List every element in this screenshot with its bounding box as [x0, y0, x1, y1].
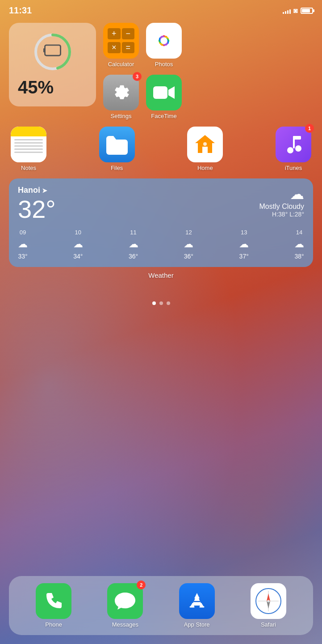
top-row: 45% + − × = Calculator — [9, 23, 313, 119]
home-icon — [187, 127, 223, 162]
battery-icon — [301, 8, 313, 14]
svg-point-10 — [160, 37, 167, 44]
battery-ring-inner-icon — [46, 41, 59, 64]
svg-rect-3 — [45, 45, 60, 55]
forecast-cloud-09: ☁ — [18, 238, 28, 250]
app-photos[interactable]: Photos — [146, 23, 182, 68]
cloud-icon-large: ☁ — [259, 186, 304, 203]
weather-city: Hanoi ➤ — [18, 186, 56, 195]
status-bar: 11:31 ◙ — [0, 0, 322, 18]
forecast-09: 09 ☁ 33° — [18, 229, 28, 260]
signal-bar-3 — [287, 10, 289, 14]
app-calculator[interactable]: + − × = Calculator — [103, 23, 139, 68]
phone-label: Phone — [45, 621, 62, 628]
app-home[interactable]: Home — [187, 127, 223, 171]
batteries-widget[interactable]: 45% — [9, 23, 96, 106]
phone-icon — [36, 583, 71, 619]
forecast-14: 14 ☁ 38° — [294, 229, 304, 260]
forecast-hour-13: 13 — [241, 229, 247, 236]
itunes-icon: 1 — [276, 127, 311, 162]
forecast-10: 10 ☁ 34° — [73, 229, 83, 260]
app-facetime[interactable]: FaceTime — [146, 75, 182, 119]
weather-widget-label: Weather — [9, 271, 313, 279]
notes-icon — [11, 127, 46, 162]
signal-bars-icon — [283, 8, 291, 14]
files-icon — [99, 127, 135, 162]
status-icons: ◙ — [283, 7, 313, 15]
appstore-label: App Store — [184, 621, 210, 628]
dock-app-messages[interactable]: 2 Messages — [107, 583, 143, 628]
forecast-12: 12 ☁ 36° — [184, 229, 193, 260]
itunes-label: iTunes — [285, 165, 302, 171]
weather-condition: Mostly Cloudy — [259, 203, 304, 211]
home-screen: 45% + − × = Calculator — [0, 18, 322, 305]
calculator-label: Calculator — [108, 61, 134, 68]
forecast-hour-11: 11 — [130, 229, 136, 236]
forecast-hour-12: 12 — [185, 229, 192, 236]
app-files[interactable]: Files — [99, 127, 135, 171]
weather-temperature: 32° — [18, 197, 56, 222]
forecast-hour-09: 09 — [20, 229, 26, 236]
forecast-cloud-12: ☁ — [184, 238, 193, 250]
signal-bar-1 — [283, 12, 284, 14]
forecast-cloud-14: ☁ — [294, 238, 304, 250]
forecast-cloud-10: ☁ — [73, 238, 83, 250]
dock-app-phone[interactable]: Phone — [36, 583, 71, 628]
photos-icon — [146, 23, 182, 59]
notes-label: Notes — [21, 165, 36, 171]
messages-icon: 2 — [107, 583, 143, 619]
page-dot-1[interactable] — [152, 301, 156, 305]
svg-rect-17 — [293, 136, 301, 140]
dock-app-appstore[interactable]: App Store — [179, 583, 215, 628]
facetime-label: FaceTime — [151, 113, 176, 119]
battery-ring — [33, 32, 73, 72]
forecast-temp-12: 36° — [184, 253, 193, 260]
page-dot-3[interactable] — [167, 301, 170, 305]
app-grid-right: + − × = Calculator — [103, 23, 182, 119]
battery-percent: 45% — [18, 77, 87, 97]
svg-point-13 — [203, 142, 207, 146]
facetime-icon — [146, 75, 182, 110]
forecast-temp-14: 38° — [294, 253, 304, 260]
app-notes[interactable]: Notes — [11, 127, 46, 171]
weather-description: ☁ Mostly Cloudy H:38° L:28° — [259, 186, 304, 218]
messages-label: Messages — [112, 621, 138, 628]
app-settings[interactable]: 3 Settings — [103, 75, 139, 119]
files-label: Files — [111, 165, 123, 171]
weather-forecast: 09 ☁ 33° 10 ☁ 34° 11 ☁ 36° 12 ☁ 36° 13 ☁ — [18, 229, 304, 260]
app-itunes[interactable]: 1 iTunes — [276, 127, 311, 171]
weather-widget[interactable]: Hanoi ➤ 32° ☁ Mostly Cloudy H:38° L:28° … — [9, 178, 313, 267]
app-row-2: Notes Files Home — [9, 127, 313, 171]
settings-badge: 3 — [133, 72, 142, 81]
forecast-temp-11: 36° — [129, 253, 138, 260]
safari-icon — [251, 583, 286, 619]
svg-marker-12 — [168, 86, 175, 99]
messages-badge: 2 — [137, 580, 146, 589]
settings-label: Settings — [111, 113, 132, 119]
location-arrow-icon: ➤ — [42, 187, 47, 194]
signal-bar-2 — [285, 11, 286, 14]
forecast-cloud-11: ☁ — [129, 238, 138, 250]
forecast-temp-10: 34° — [73, 253, 83, 260]
forecast-temp-09: 33° — [18, 253, 27, 260]
status-time: 11:31 — [9, 5, 32, 16]
dock: Phone 2 Messages — [9, 576, 313, 635]
weather-header: Hanoi ➤ 32° ☁ Mostly Cloudy H:38° L:28° — [18, 186, 304, 222]
forecast-hour-14: 14 — [296, 229, 302, 236]
itunes-badge: 1 — [305, 124, 314, 133]
wifi-icon: ◙ — [293, 7, 298, 15]
photos-label: Photos — [155, 61, 173, 68]
forecast-cloud-13: ☁ — [239, 238, 249, 250]
settings-icon: 3 — [103, 75, 139, 110]
dock-app-safari[interactable]: Safari — [251, 583, 286, 628]
home-label: Home — [197, 165, 213, 171]
page-dots — [9, 301, 313, 305]
safari-label: Safari — [261, 621, 276, 628]
battery-ring-container — [18, 32, 87, 72]
page-dot-2[interactable] — [159, 301, 163, 305]
svg-rect-11 — [153, 86, 167, 99]
forecast-11: 11 ☁ 36° — [129, 229, 138, 260]
forecast-13: 13 ☁ 37° — [239, 229, 249, 260]
appstore-icon — [179, 583, 215, 619]
forecast-temp-13: 37° — [239, 253, 249, 260]
